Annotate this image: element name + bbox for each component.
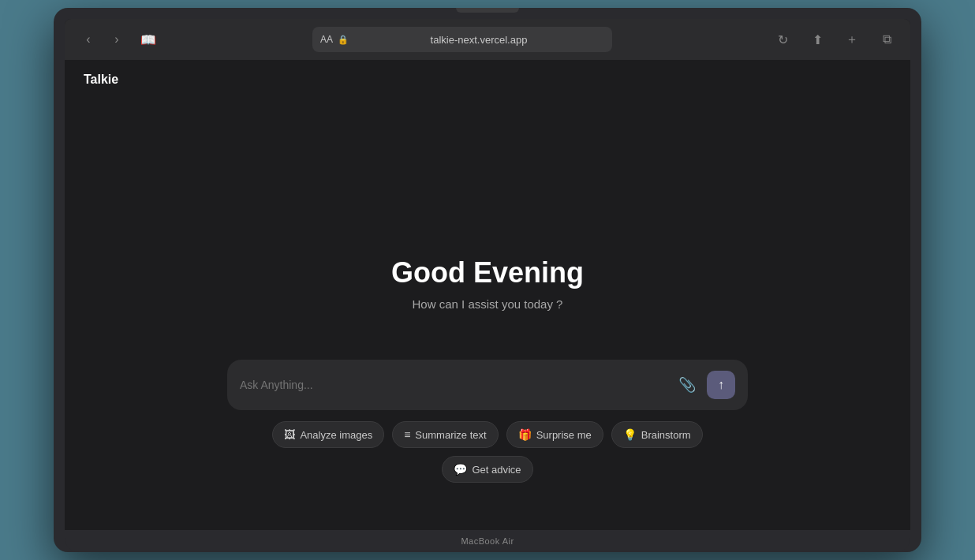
macbook-label: MacBook Air [461, 536, 514, 546]
app-header: Talkie [65, 60, 910, 99]
forward-button[interactable]: › [106, 28, 128, 50]
input-area: 📎 ↑ 🖼Analyze images≡Summarize text🎁Surpr… [227, 360, 748, 483]
attach-button[interactable]: 📎 [675, 373, 699, 397]
address-bar[interactable]: AA 🔒 talkie-next.vercel.app [312, 27, 612, 52]
quick-action-surprise-me[interactable]: 🎁Surprise me [506, 421, 603, 448]
analyze-images-icon: 🖼 [284, 428, 295, 441]
quick-action-get-advice[interactable]: 💬Get advice [442, 456, 532, 483]
chat-input-container: 📎 ↑ [227, 360, 748, 410]
new-tab-button[interactable]: ＋ [841, 28, 863, 50]
reader-icon[interactable]: 📖 [137, 28, 159, 50]
tabs-button[interactable]: ⧉ [876, 28, 898, 50]
app-logo: Talkie [84, 73, 118, 86]
laptop-screen: ‹ › 📖 AA 🔒 talkie-next.vercel.app ↻ ⬆ ＋ … [65, 19, 910, 530]
send-button[interactable]: ↑ [707, 371, 735, 399]
chat-input[interactable] [240, 379, 667, 391]
greeting-subtitle: How can I assist you today ? [413, 297, 563, 311]
get-advice-icon: 💬 [454, 463, 467, 476]
laptop-bottom: MacBook Air [65, 530, 910, 552]
summarize-text-icon: ≡ [404, 428, 410, 441]
laptop-frame: ‹ › 📖 AA 🔒 talkie-next.vercel.app ↻ ⬆ ＋ … [54, 8, 921, 552]
brainstorm-icon: 💡 [623, 428, 637, 441]
back-button[interactable]: ‹ [77, 28, 99, 50]
browser-chrome: ‹ › 📖 AA 🔒 talkie-next.vercel.app ↻ ⬆ ＋ … [65, 19, 910, 60]
greeting-title: Good Evening [391, 256, 584, 289]
browser-actions: ↻ ⬆ ＋ ⧉ [771, 28, 898, 50]
laptop-notch [456, 8, 519, 13]
app-content: Talkie Good Evening How can I assist you… [65, 60, 910, 530]
share-button[interactable]: ⬆ [806, 28, 828, 50]
quick-actions: 🖼Analyze images≡Summarize text🎁Surprise … [227, 421, 748, 483]
quick-action-summarize-text[interactable]: ≡Summarize text [392, 421, 498, 448]
quick-action-analyze-images[interactable]: 🖼Analyze images [272, 421, 384, 448]
quick-action-brainstorm[interactable]: 💡Brainstorm [611, 421, 703, 448]
url-text: talkie-next.vercel.app [353, 34, 604, 46]
reload-button[interactable]: ↻ [771, 28, 794, 50]
aa-label: AA [320, 34, 333, 45]
lock-icon: 🔒 [338, 35, 349, 45]
surprise-me-icon: 🎁 [518, 428, 532, 441]
